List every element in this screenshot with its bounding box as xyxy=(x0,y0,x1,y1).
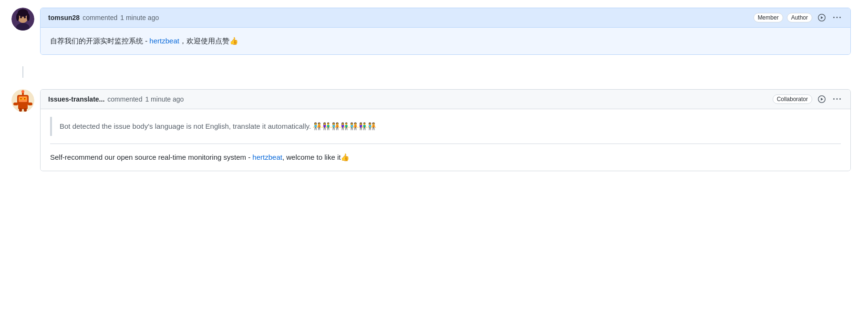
comment-actions-2: Collaborator xyxy=(773,94,843,104)
svg-point-6 xyxy=(16,13,19,21)
comment-username-2: Issues-translate... xyxy=(48,95,104,103)
comment-link-2[interactable]: hertzbeat xyxy=(252,153,282,161)
badge-collaborator: Collaborator xyxy=(773,94,812,104)
comment-header-2: Issues-translate... commented 1 minute a… xyxy=(41,90,850,109)
comment-header-1: tomsun28 commented 1 minute ago Member A… xyxy=(41,8,850,28)
comment-username-1: tomsun28 xyxy=(48,14,80,21)
comment-divider xyxy=(50,144,841,144)
svg-rect-5 xyxy=(18,12,28,15)
comment-text-suffix-1: ，欢迎使用点赞👍 xyxy=(179,37,238,45)
more-options-button-2[interactable] xyxy=(831,94,843,104)
comment-time-2: 1 minute ago xyxy=(145,95,184,103)
comment-time-1: 1 minute ago xyxy=(120,14,159,21)
comment-blockquote: Bot detected the issue body's language i… xyxy=(50,117,841,136)
svg-rect-22 xyxy=(19,108,22,112)
svg-point-17 xyxy=(24,98,26,100)
svg-point-9 xyxy=(24,16,26,19)
comment-text-suffix-2: , welcome to like it👍 xyxy=(282,153,350,161)
badge-member: Member xyxy=(754,13,783,22)
comment-action-1: commented xyxy=(83,14,117,21)
comment-link-1[interactable]: hertzbeat xyxy=(149,37,179,45)
svg-point-19 xyxy=(21,90,24,93)
avatar-tomsun28 xyxy=(11,8,34,32)
comment-meta-1: tomsun28 commented 1 minute ago xyxy=(48,14,159,21)
avatar-issues-translate xyxy=(11,89,34,113)
badge-author: Author xyxy=(787,13,812,22)
comment-row-1: tomsun28 commented 1 minute ago Member A… xyxy=(11,8,851,55)
svg-point-16 xyxy=(21,98,22,100)
comment-body-2: Bot detected the issue body's language i… xyxy=(41,109,850,171)
comment-body-1: 自荐我们的开源实时监控系统 - hertzbeat，欢迎使用点赞👍 xyxy=(41,28,850,54)
svg-rect-20 xyxy=(13,103,18,105)
emoji-reaction-button-2[interactable] xyxy=(816,94,827,104)
comment-box-1: tomsun28 commented 1 minute ago Member A… xyxy=(40,8,851,55)
comment-action-2: commented xyxy=(107,95,142,103)
comment-text-prefix-1: 自荐我们的开源实时监控系统 - xyxy=(50,37,149,45)
comment-text-prefix-2: Self-recommend our open source real-time… xyxy=(50,153,252,161)
svg-point-7 xyxy=(27,13,30,21)
svg-rect-21 xyxy=(28,103,32,105)
emoji-reaction-button-1[interactable] xyxy=(816,13,827,22)
connector-line xyxy=(22,66,23,78)
comment-row-2: Issues-translate... commented 1 minute a… xyxy=(11,89,851,171)
comment-actions-1: Member Author xyxy=(754,13,843,22)
blockquote-text: Bot detected the issue body's language i… xyxy=(60,122,376,130)
comment-thread: tomsun28 commented 1 minute ago Member A… xyxy=(11,8,851,171)
more-options-button-1[interactable] xyxy=(831,13,843,22)
comment-meta-2: Issues-translate... commented 1 minute a… xyxy=(48,95,184,103)
svg-point-8 xyxy=(20,16,22,19)
comment-box-2: Issues-translate... commented 1 minute a… xyxy=(40,89,851,171)
svg-rect-23 xyxy=(24,108,27,112)
